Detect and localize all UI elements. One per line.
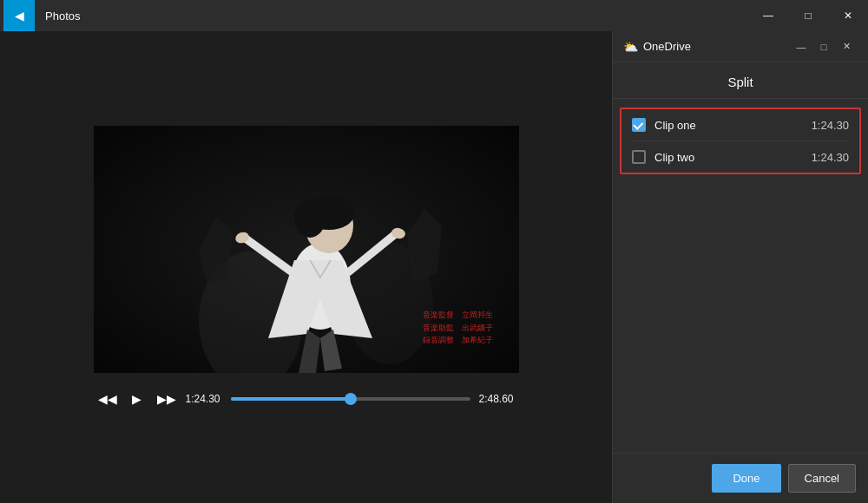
split-title: Split: [727, 75, 753, 89]
back-button[interactable]: ◀: [3, 0, 35, 31]
maximize-button[interactable]: □: [788, 0, 828, 31]
od-close-button[interactable]: ✕: [835, 38, 858, 56]
video-scene: 音楽監督 立岡邦生 音楽助監 出武鑛子 録音調整 加希紀子: [94, 126, 519, 373]
credit-line-2: 音楽助監 出武鑛子: [423, 322, 493, 334]
back-icon: ◀: [15, 9, 24, 23]
progress-bar[interactable]: [231, 397, 470, 401]
onedrive-header: ⛅ OneDrive — □ ✕: [613, 31, 868, 62]
clips-list: Clip one 1:24.30 Clip two 1:24.30: [620, 108, 861, 174]
action-buttons: Done Cancel: [613, 453, 868, 503]
current-time: 1:24.30: [186, 393, 222, 405]
window-controls: — □ ✕: [748, 0, 868, 31]
progress-fill: [231, 397, 351, 401]
clip-1-checkbox[interactable]: [632, 118, 646, 132]
photos-area: 音楽監督 立岡邦生 音楽助監 出武鑛子 録音調整 加希紀子 ◀◀ ▶ ▶▶ 1:…: [0, 31, 612, 503]
total-time: 2:48.60: [479, 393, 516, 405]
clip-2-label: Clip two: [654, 151, 799, 164]
od-minimize-button[interactable]: —: [790, 38, 812, 56]
svg-point-5: [294, 199, 326, 238]
clip-item-2[interactable]: Clip two 1:24.30: [621, 141, 859, 173]
progress-thumb[interactable]: [345, 393, 357, 405]
split-title-row: Split: [613, 62, 868, 99]
clip-1-time: 1:24.30: [807, 119, 849, 132]
titlebar-left: ◀ Photos: [0, 0, 80, 31]
clip-item-1[interactable]: Clip one 1:24.30: [621, 109, 859, 140]
rewind-button[interactable]: ◀◀: [97, 389, 118, 409]
minimize-button[interactable]: —: [748, 0, 788, 31]
app-title: Photos: [42, 10, 80, 23]
done-button[interactable]: Done: [712, 464, 780, 493]
right-panel: ⛅ OneDrive — □ ✕ Split Clip one 1:24.30: [612, 31, 868, 503]
onedrive-window-controls: — □ ✕: [790, 38, 858, 56]
clip-2-time: 1:24.30: [807, 151, 849, 164]
clip-1-label: Clip one: [654, 119, 799, 132]
titlebar: ◀ Photos — □ ✕: [0, 0, 868, 31]
onedrive-title: OneDrive: [643, 40, 691, 53]
clip-2-checkbox[interactable]: [632, 150, 646, 164]
od-maximize-button[interactable]: □: [812, 38, 835, 56]
cancel-button[interactable]: Cancel: [788, 464, 856, 493]
play-button[interactable]: ▶: [127, 389, 148, 409]
playback-controls: ◀◀ ▶ ▶▶ 1:24.30 2:48.60: [94, 389, 519, 409]
onedrive-icon: ⛅: [623, 40, 638, 54]
video-credits: 音楽監督 立岡邦生 音楽助監 出武鑛子 録音調整 加希紀子: [423, 309, 493, 346]
credit-line-3: 録音調整 加希紀子: [423, 334, 493, 346]
spacer: [613, 183, 868, 453]
onedrive-left: ⛅ OneDrive: [623, 40, 691, 54]
credit-line-1: 音楽監督 立岡邦生: [423, 309, 493, 321]
anime-figure: [181, 147, 459, 373]
close-button[interactable]: ✕: [828, 0, 868, 31]
video-player[interactable]: 音楽監督 立岡邦生 音楽助監 出武鑛子 録音調整 加希紀子: [94, 126, 519, 373]
forward-button[interactable]: ▶▶: [156, 389, 177, 409]
main-layout: 音楽監督 立岡邦生 音楽助監 出武鑛子 録音調整 加希紀子 ◀◀ ▶ ▶▶ 1:…: [0, 31, 868, 503]
